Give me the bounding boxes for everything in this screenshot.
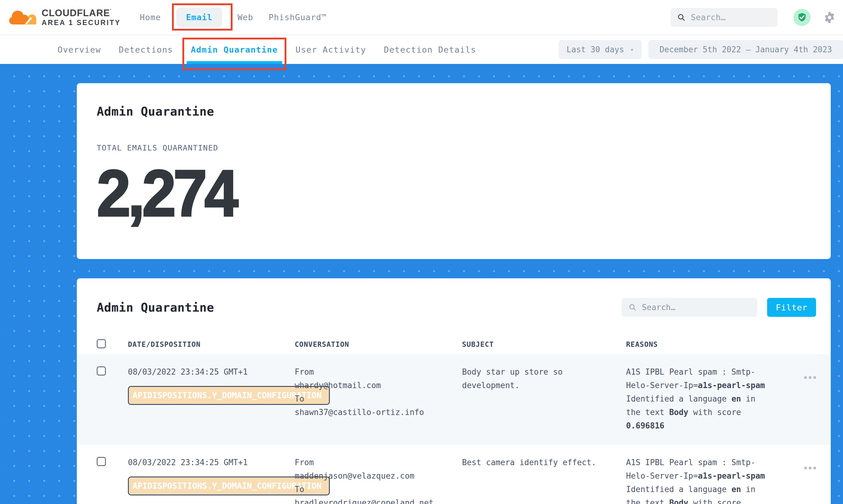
nav-item-web[interactable]: Web <box>238 13 253 22</box>
total-quarantined-label: TOTAL EMAILS QUARANTINED <box>97 143 811 152</box>
row-conversation: From maddenjason@velazquez.com To bradle… <box>295 456 462 504</box>
shield-check-icon <box>797 12 807 23</box>
email-sub-nav: Overview Detections Admin Quarantine Use… <box>0 35 843 64</box>
table-card-title: Admin Quarantine <box>97 301 214 314</box>
total-quarantined-value: 2,274 <box>97 160 235 226</box>
brand-subtitle: AREA 1 SECURITY <box>41 19 121 26</box>
nav-item-phishguard[interactable]: PhishGuard™ <box>269 13 327 22</box>
row-date-disposition: 08/03/2022 23:34:25 GMT+1 APIDISPOSITION… <box>128 365 295 432</box>
row-checkbox[interactable] <box>97 366 106 376</box>
row-reasons: A1S IPBL Pearl spam : Smtp-Helo-Server-I… <box>626 365 773 432</box>
date-range-text: December 5th 2022 — January 4th 2023 <box>660 45 832 54</box>
row-reasons: A1S IPBL Pearl spam : Smtp-Helo-Server-I… <box>626 456 773 504</box>
date-controls: Last 30 days ▾ December 5th 2022 — Janua… <box>559 35 843 64</box>
row-actions-cell <box>804 365 816 432</box>
row-actions-menu[interactable] <box>804 376 816 379</box>
date-range-display[interactable]: December 5th 2022 — January 4th 2023 <box>648 40 843 59</box>
tab-detections[interactable]: Detections <box>119 35 173 64</box>
to-label: To <box>295 392 462 406</box>
tab-admin-quarantine[interactable]: Admin Quarantine <box>191 35 278 64</box>
cloudflare-logo-icon <box>9 8 37 27</box>
column-header-subject: SUBJECT <box>462 340 626 348</box>
chevron-down-icon: ▾ <box>630 46 634 53</box>
table-card-header: Admin Quarantine Filter <box>77 278 831 317</box>
from-label: From <box>295 456 462 469</box>
from-label: From <box>295 365 462 379</box>
to-label: To <box>295 483 462 496</box>
tab-user-activity[interactable]: User Activity <box>296 35 366 64</box>
from-email[interactable]: whardy@hotmail.com <box>295 379 462 392</box>
global-search[interactable] <box>671 8 777 27</box>
row-subject: Body star up store so development. <box>462 365 626 432</box>
column-header-conversation: CONVERSATION <box>295 340 462 348</box>
row-subject: Best camera identify effect. <box>462 456 626 504</box>
quarantine-table-card: Admin Quarantine Filter DATE/DISPOSITION… <box>77 278 831 504</box>
table-row: 08/03/2022 23:34:25 GMT+1 APIDISPOSITION… <box>77 354 831 445</box>
cloudflare-brand: CLOUDFLARE’ AREA 1 SECURITY <box>9 8 121 27</box>
from-email[interactable]: maddenjason@velazquez.com <box>295 469 462 483</box>
active-tab-underline <box>187 61 282 64</box>
date-range-select[interactable]: Last 30 days ▾ <box>559 40 642 59</box>
row-actions-cell <box>804 456 816 504</box>
filter-button[interactable]: Filter <box>767 298 816 317</box>
search-icon <box>678 13 685 22</box>
tab-overview[interactable]: Overview <box>57 35 101 64</box>
stats-card-title: Admin Quarantine <box>97 83 811 118</box>
top-bar: CLOUDFLARE’ AREA 1 SECURITY Home Email W… <box>0 0 843 35</box>
to-email[interactable]: shawn37@castillo-ortiz.info <box>295 406 462 419</box>
column-header-date-disposition: DATE/DISPOSITION <box>128 340 295 348</box>
quarantine-stats-card: Admin Quarantine TOTAL EMAILS QUARANTINE… <box>77 83 831 259</box>
row-date-disposition: 08/03/2022 23:34:25 GMT+1 APIDISPOSITION… <box>128 456 295 504</box>
column-header-reasons: REASONS <box>626 340 773 348</box>
table-search[interactable] <box>621 298 757 317</box>
gear-icon <box>823 11 836 24</box>
main-nav: Home Email Web PhishGuard™ <box>140 8 327 27</box>
table-row: 08/03/2022 23:34:25 GMT+1 APIDISPOSITION… <box>77 445 831 504</box>
protection-status-badge[interactable] <box>793 9 811 26</box>
row-date: 08/03/2022 23:34:25 GMT+1 <box>128 456 295 469</box>
global-search-input[interactable] <box>690 12 771 22</box>
nav-item-email[interactable]: Email <box>186 13 212 22</box>
row-actions-menu[interactable] <box>804 467 816 469</box>
nav-item-home[interactable]: Home <box>140 13 161 22</box>
page-content: Admin Quarantine TOTAL EMAILS QUARANTINE… <box>0 64 843 504</box>
table-header-row: DATE/DISPOSITION CONVERSATION SUBJECT RE… <box>77 317 831 354</box>
to-email[interactable]: bradleyrodriguez@copeland.net <box>295 496 462 504</box>
row-date: 08/03/2022 23:34:25 GMT+1 <box>128 365 295 379</box>
tab-admin-quarantine-label: Admin Quarantine <box>191 45 278 54</box>
table-body: 08/03/2022 23:34:25 GMT+1 APIDISPOSITION… <box>77 354 831 504</box>
row-checkbox[interactable] <box>97 457 106 466</box>
search-icon <box>629 303 636 312</box>
settings-button[interactable] <box>823 11 836 24</box>
select-all-checkbox[interactable] <box>97 339 106 348</box>
top-bar-right <box>671 8 836 27</box>
table-search-input[interactable] <box>642 303 750 312</box>
brand-trademark: ’ <box>110 8 112 13</box>
nav-item-email-pill[interactable]: Email <box>176 8 222 27</box>
row-conversation: From whardy@hotmail.com To shawn37@casti… <box>295 365 462 432</box>
date-range-select-value: Last 30 days <box>567 45 624 54</box>
brand-name: CLOUDFLARE’ <box>41 8 121 18</box>
tab-detection-details[interactable]: Detection Details <box>384 35 476 64</box>
